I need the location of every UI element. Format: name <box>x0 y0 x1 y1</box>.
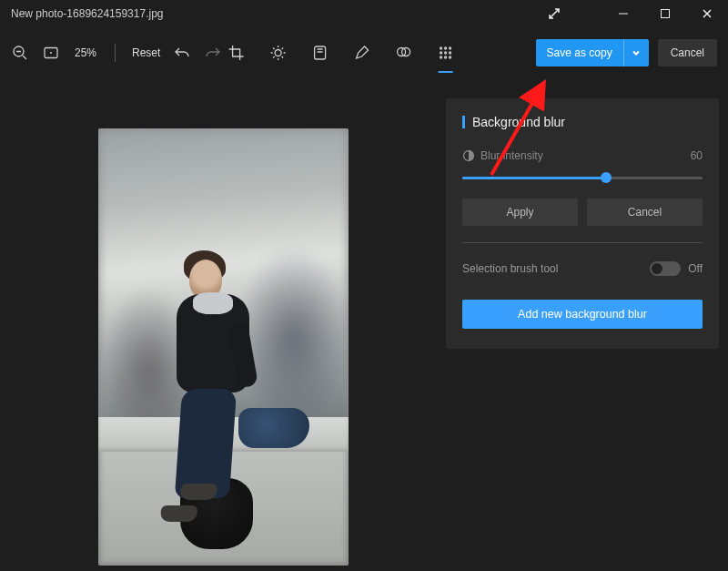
blur-intensity-row: Blur intensity 60 <box>462 149 703 162</box>
brush-tool-state: Off <box>688 262 703 275</box>
save-dropdown-button[interactable] <box>623 39 649 66</box>
filter-tool[interactable] <box>309 42 331 64</box>
minimize-button[interactable] <box>602 0 644 27</box>
redo-button[interactable] <box>204 44 222 62</box>
zoom-out-button[interactable] <box>11 44 29 62</box>
crop-icon <box>228 45 245 61</box>
background-blur-panel: Background blur Blur intensity 60 Apply … <box>446 98 719 349</box>
retouch-icon <box>396 45 412 61</box>
blur-intensity-slider[interactable] <box>462 169 703 186</box>
svg-point-13 <box>440 56 442 58</box>
maximize-icon <box>660 8 671 19</box>
svg-point-12 <box>450 52 451 54</box>
background-blur-tool[interactable] <box>435 42 457 64</box>
maximize-button[interactable] <box>644 0 686 27</box>
brush-tool-label: Selection brush tool <box>462 262 558 275</box>
redo-icon <box>205 45 221 61</box>
filter-icon <box>312 45 329 61</box>
apply-button[interactable]: Apply <box>462 199 578 226</box>
pen-icon <box>354 45 370 61</box>
svg-point-10 <box>440 52 442 54</box>
fit-button[interactable] <box>42 44 60 62</box>
photo-preview[interactable] <box>98 128 349 566</box>
toolbar: 25% Reset <box>0 27 728 78</box>
undo-icon <box>174 45 190 61</box>
canvas-area[interactable] <box>0 78 446 571</box>
zoom-percentage[interactable]: 25% <box>73 46 98 59</box>
divider <box>115 44 116 62</box>
cancel-button[interactable]: Cancel <box>658 39 717 66</box>
svg-rect-0 <box>662 10 670 18</box>
expand-icon <box>548 7 561 20</box>
crop-tool[interactable] <box>226 42 248 64</box>
save-as-copy-button[interactable]: Save as copy <box>536 39 623 66</box>
divider <box>462 242 703 243</box>
panel-cancel-button[interactable]: Cancel <box>587 199 703 226</box>
titlebar: New photo-1689624159317.jpg <box>0 0 728 27</box>
blur-intensity-label: Blur intensity <box>480 149 543 162</box>
svg-point-14 <box>445 56 447 58</box>
zoom-out-icon <box>12 45 28 61</box>
close-button[interactable] <box>686 0 728 27</box>
brightness-icon <box>270 45 287 61</box>
blur-intensity-value: 60 <box>691 149 703 162</box>
minimize-icon <box>618 8 629 19</box>
window-title: New photo-1689624159317.jpg <box>11 7 163 20</box>
save-split-button: Save as copy <box>536 39 649 66</box>
brush-tool-toggle[interactable] <box>650 261 681 276</box>
svg-rect-4 <box>315 46 326 59</box>
svg-point-3 <box>275 50 281 56</box>
add-background-blur-button[interactable]: Add new background blur <box>462 300 703 329</box>
fit-icon <box>43 45 59 61</box>
blur-icon <box>438 45 454 61</box>
panel-title-text: Background blur <box>472 115 565 129</box>
fullscreen-button[interactable] <box>533 0 575 27</box>
reset-button[interactable]: Reset <box>132 46 160 59</box>
svg-point-7 <box>440 47 442 49</box>
markup-tool[interactable] <box>351 42 373 64</box>
retouch-tool[interactable] <box>393 42 415 64</box>
editor-tools <box>226 42 457 64</box>
chevron-down-icon <box>632 48 641 57</box>
svg-point-8 <box>445 47 447 49</box>
panel-title: Background blur <box>462 115 703 129</box>
half-circle-icon <box>462 149 475 162</box>
undo-button[interactable] <box>173 44 191 62</box>
adjust-tool[interactable] <box>268 42 289 64</box>
svg-point-15 <box>450 56 451 58</box>
svg-point-9 <box>450 47 451 49</box>
svg-point-11 <box>445 52 447 54</box>
close-icon <box>702 8 713 19</box>
